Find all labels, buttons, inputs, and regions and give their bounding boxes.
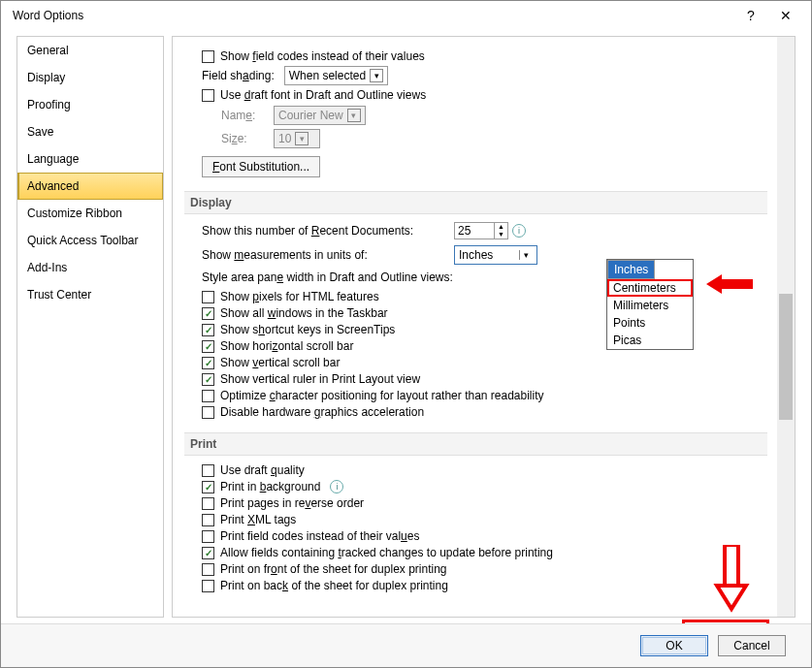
scroll-thumb[interactable] [779, 294, 793, 420]
checkbox[interactable] [202, 481, 214, 493]
recent-docs-spinner[interactable]: 25 ▲▼ [454, 222, 508, 239]
display-check-row: Optimize character positioning for layou… [202, 389, 767, 402]
checkbox[interactable] [202, 357, 214, 369]
checkbox-label: Print in background [220, 480, 320, 493]
checkbox[interactable] [202, 563, 214, 576]
unit-option-points[interactable]: Points [607, 314, 693, 332]
sidebar-item-customize-ribbon[interactable]: Customize Ribbon [17, 200, 163, 227]
sidebar-item-addins[interactable]: Add-Ins [17, 254, 163, 281]
info-icon[interactable]: i [330, 480, 343, 493]
font-size-label: Size: [221, 132, 266, 145]
checkbox[interactable] [202, 373, 214, 386]
chevron-down-icon: ▾ [295, 132, 309, 145]
ok-button[interactable]: OK [640, 635, 708, 656]
use-draft-font-checkbox[interactable] [202, 89, 214, 102]
checkbox[interactable] [202, 464, 214, 477]
chevron-down-icon: ▾ [370, 69, 383, 82]
checkbox[interactable] [202, 324, 214, 336]
dialog-title: Word Options [9, 9, 733, 22]
unit-option-inches[interactable]: Inches [607, 260, 655, 279]
checkbox-label: Show pixels for HTML features [220, 290, 379, 303]
units-combobox[interactable]: Inches ▾ [454, 245, 537, 265]
unit-option-millimeters[interactable]: Millimeters [607, 297, 693, 314]
checkbox[interactable] [202, 291, 214, 303]
display-check-row: Disable hardware graphics acceleration [202, 405, 767, 419]
print-check-row: Print pages in reverse order [202, 496, 767, 510]
recent-docs-label: Show this number of Recent Documents: [202, 224, 454, 238]
sidebar-item-proofing[interactable]: Proofing [17, 91, 163, 118]
show-field-codes-checkbox[interactable] [202, 50, 214, 63]
spinner-up-icon[interactable]: ▲ [495, 223, 507, 231]
checkbox-label: Show vertical scroll bar [220, 356, 340, 369]
checkbox-label: Show horizontal scroll bar [220, 339, 353, 353]
svg-rect-1 [725, 545, 738, 586]
display-check-row: Show vertical ruler in Print Layout view [202, 372, 767, 386]
use-draft-font-label: Use draft font in Draft and Outline view… [220, 88, 426, 102]
dialog-footer: OK Cancel [1, 623, 811, 667]
checkbox-label: Use draft quality [220, 463, 305, 477]
style-area-label: Style area pane width in Draft and Outli… [202, 270, 453, 284]
print-check-row: Print on back of the sheet for duplex pr… [202, 579, 767, 592]
print-check-row: Print field codes instead of their value… [202, 529, 767, 543]
field-shading-label: Field shading: [202, 69, 275, 82]
print-check-row: Use draft quality [202, 463, 767, 477]
checkbox-label: Optimize character positioning for layou… [220, 389, 544, 402]
checkbox-label: Show all windows in the Taskbar [220, 306, 388, 320]
checkbox-label: Show vertical ruler in Print Layout view [220, 372, 420, 386]
checkbox-label: Print XML tags [220, 513, 296, 526]
content-pane: Show field codes instead of their values… [172, 36, 796, 618]
checkbox[interactable] [202, 547, 214, 559]
svg-marker-2 [717, 586, 746, 609]
print-check-row: Print XML tags [202, 513, 767, 526]
scrollbar[interactable] [777, 37, 795, 617]
field-shading-select[interactable]: When selected▾ [284, 66, 388, 85]
checkbox[interactable] [202, 580, 214, 592]
close-button[interactable]: ✕ [768, 8, 803, 23]
checkbox[interactable] [202, 390, 214, 402]
show-field-codes-row: Show field codes instead of their values [202, 49, 767, 63]
checkbox[interactable] [202, 340, 214, 353]
font-size-select: 10▾ [274, 129, 320, 148]
checkbox-label: Print on back of the sheet for duplex pr… [220, 579, 448, 592]
font-name-select: Courier New▾ [274, 106, 366, 125]
show-field-codes-label: Show field codes instead of their values [220, 49, 425, 63]
display-section-heading: Display [184, 191, 767, 214]
checkbox[interactable] [202, 514, 214, 526]
sidebar-item-save[interactable]: Save [17, 118, 163, 145]
checkbox[interactable] [202, 497, 214, 510]
chevron-down-icon: ▾ [519, 250, 533, 260]
checkbox-label: Show shortcut keys in ScreenTips [220, 323, 395, 336]
units-label: Show measurements in units of: [202, 248, 454, 262]
annotation-arrow-down [713, 545, 750, 616]
unit-option-picas[interactable]: Picas [607, 332, 693, 349]
sidebar-item-trust-center[interactable]: Trust Center [17, 281, 163, 308]
checkbox[interactable] [202, 406, 214, 419]
chevron-down-icon: ▾ [347, 109, 361, 122]
info-icon[interactable]: i [512, 224, 526, 238]
sidebar-item-qat[interactable]: Quick Access Toolbar [17, 227, 163, 254]
checkbox-label: Print field codes instead of their value… [220, 529, 419, 543]
sidebar-item-advanced[interactable]: Advanced [17, 173, 163, 200]
unit-option-centimeters[interactable]: Centimeters [607, 279, 693, 297]
sidebar-item-display[interactable]: Display [17, 64, 163, 91]
display-check-row: Show vertical scroll bar [202, 356, 767, 369]
svg-marker-0 [706, 274, 753, 294]
word-options-dialog: Word Options ? ✕ General Display Proofin… [0, 0, 812, 668]
print-section-heading: Print [184, 432, 767, 456]
sidebar-item-general[interactable]: General [17, 37, 163, 64]
category-sidebar: General Display Proofing Save Language A… [16, 36, 164, 618]
font-substitution-button[interactable]: Font Substitution... [202, 156, 320, 177]
checkbox[interactable] [202, 530, 214, 543]
cancel-button[interactable]: Cancel [718, 635, 786, 656]
checkbox[interactable] [202, 307, 214, 320]
print-check-row: Print on front of the sheet for duplex p… [202, 562, 767, 576]
annotation-arrow-left [706, 272, 755, 296]
help-button[interactable]: ? [733, 8, 768, 23]
spinner-down-icon[interactable]: ▼ [495, 231, 507, 239]
checkbox-label: Print on front of the sheet for duplex p… [220, 562, 447, 576]
titlebar: Word Options ? ✕ [1, 1, 811, 30]
print-check-row: Allow fields containing tracked changes … [202, 546, 767, 559]
checkbox-label: Print pages in reverse order [220, 496, 364, 510]
units-dropdown-list[interactable]: Inches Centimeters Millimeters Points Pi… [606, 259, 694, 350]
sidebar-item-language[interactable]: Language [17, 145, 163, 173]
